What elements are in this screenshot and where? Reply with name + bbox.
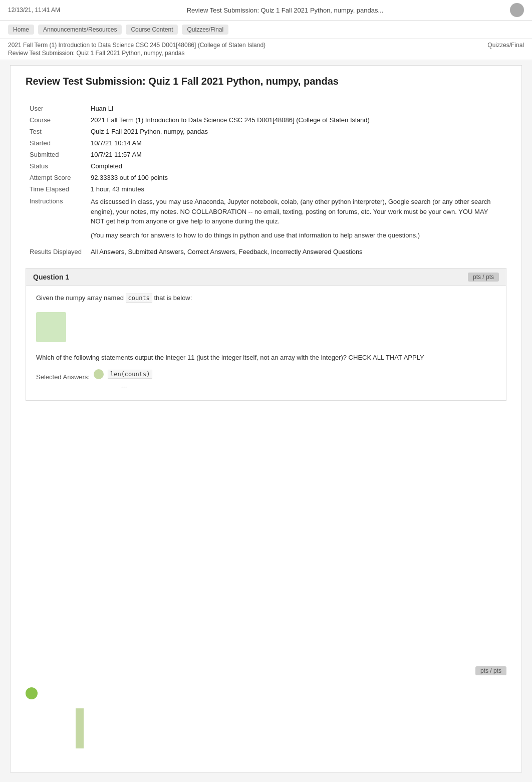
- info-table: User Huan Li Course 2021 Fall Term (1) I…: [26, 102, 506, 258]
- attempt-score-value: 92.33333 out of 100 points: [88, 172, 505, 183]
- question-text-part2: that is below:: [154, 294, 192, 302]
- question-title: Question 1: [33, 273, 69, 281]
- results-displayed-label: Results Displayed: [27, 246, 87, 257]
- green-blob-icon: [26, 687, 38, 699]
- bottom-answer-area: [26, 685, 506, 701]
- info-row-results: Results Displayed All Answers, Submitted…: [27, 246, 505, 257]
- top-bar: 12/13/21, 11:41 AM Review Test Submissio…: [0, 0, 532, 21]
- answer-dot-icon: [94, 369, 104, 379]
- main-content: Review Test Submission: Quiz 1 Fall 2021…: [10, 65, 522, 772]
- info-row-test: Test Quiz 1 Fall 2021 Python, numpy, pan…: [27, 126, 505, 137]
- answer-image-placeholder: [76, 708, 84, 748]
- course-value: 2021 Fall Term (1) Introduction to Data …: [88, 115, 505, 125]
- info-row-submitted: Submitted 10/7/21 11:57 AM: [27, 149, 505, 160]
- info-row-status: Status Completed: [27, 161, 505, 171]
- course-label: Course: [27, 115, 87, 125]
- question-prompt-part1: Given the numpy array named counts that …: [36, 293, 496, 303]
- answer-code-text: len(counts): [108, 370, 152, 379]
- user-label: User: [27, 103, 87, 114]
- breadcrumb-area: 2021 Fall Term (1) Introduction to Data …: [0, 39, 532, 60]
- instructions-label: Instructions: [27, 195, 87, 245]
- numpy-array-image: [36, 308, 496, 348]
- avatar: [510, 3, 524, 17]
- nav-content[interactable]: Course Content: [126, 25, 178, 35]
- array-placeholder: [36, 312, 66, 342]
- info-row-course: Course 2021 Fall Term (1) Introduction t…: [27, 115, 505, 125]
- attempt-score-label: Attempt Score: [27, 172, 87, 183]
- info-row-started: Started 10/7/21 10:14 AM: [27, 138, 505, 148]
- breadcrumb-right: Quizzes/Final: [487, 42, 524, 49]
- status-label: Status: [27, 161, 87, 171]
- breadcrumb: 2021 Fall Term (1) Introduction to Data …: [8, 42, 265, 58]
- test-value: Quiz 1 Fall 2021 Python, numpy, pandas: [88, 126, 505, 137]
- selected-answers-section: Selected Answers: len(counts): [36, 367, 496, 381]
- time-elapsed-label: Time Elapsed: [27, 184, 87, 194]
- status-value: Completed: [88, 161, 505, 171]
- nav-quizzes[interactable]: Quizzes/Final: [182, 25, 228, 35]
- nav-bar: Home Announcements/Resources Course Cont…: [0, 21, 532, 39]
- instructions-content: As discussed in class, you may use Anaco…: [88, 195, 505, 245]
- info-row-instructions: Instructions As discussed in class, you …: [27, 195, 505, 245]
- blank-scroll-area: [26, 401, 506, 651]
- nav-home[interactable]: Home: [8, 25, 34, 35]
- page-title: Review Test Submission: Quiz 1 Fall 2021…: [26, 76, 506, 92]
- answer-code: len(counts): [108, 370, 152, 378]
- instructions-p2: (You may search for answers to how to do…: [91, 230, 502, 240]
- user-value: Huan Li: [88, 103, 505, 114]
- nav-announcements[interactable]: Announcements/Resources: [38, 25, 122, 35]
- answer-image-area: [76, 706, 506, 752]
- question-points-badge: pts / pts: [468, 273, 499, 282]
- question-text-part1: Given the numpy array named: [36, 294, 124, 302]
- breadcrumb-line2: Review Test Submission: Quiz 1 Fall 2021…: [8, 50, 265, 57]
- breadcrumb-line1: 2021 Fall Term (1) Introduction to Data …: [8, 42, 265, 49]
- question-body: Given the numpy array named counts that …: [26, 286, 506, 401]
- question-main-text: Which of the following statements output…: [36, 353, 496, 363]
- info-row-user: User Huan Li: [27, 103, 505, 114]
- selected-answers-label: Selected Answers:: [36, 373, 90, 381]
- results-displayed-value: All Answers, Submitted Answers, Correct …: [88, 246, 505, 257]
- started-value: 10/7/21 10:14 AM: [88, 138, 505, 148]
- page-header-title: Review Test Submission: Quiz 1 Fall 2021…: [187, 7, 384, 14]
- question-header: Question 1 pts / pts: [26, 268, 506, 286]
- test-label: Test: [27, 126, 87, 137]
- started-label: Started: [27, 138, 87, 148]
- datetime: 12/13/21, 11:41 AM: [8, 7, 60, 14]
- instructions-p1: As discussed in class, you may use Anaco…: [91, 197, 502, 226]
- submitted-value: 10/7/21 11:57 AM: [88, 149, 505, 160]
- code-word: counts: [126, 294, 152, 303]
- info-row-time-elapsed: Time Elapsed 1 hour, 43 minutes: [27, 184, 505, 194]
- answer-dashes: ---: [121, 383, 127, 390]
- time-elapsed-value: 1 hour, 43 minutes: [88, 184, 505, 194]
- submitted-label: Submitted: [27, 149, 87, 160]
- top-bar-right: [510, 3, 524, 17]
- info-row-attempt-score: Attempt Score 92.33333 out of 100 points: [27, 172, 505, 183]
- bottom-section: pts / pts: [26, 661, 506, 675]
- bottom-badge: pts / pts: [475, 666, 506, 675]
- instructions-text: As discussed in class, you may use Anaco…: [91, 197, 502, 240]
